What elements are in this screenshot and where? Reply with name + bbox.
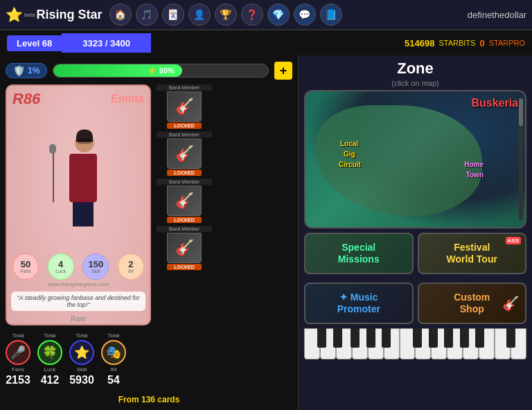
band-slot-4: Band Member 🎸 LOCKED bbox=[157, 226, 212, 270]
white-key-13 bbox=[495, 328, 511, 359]
luck-label: Luck bbox=[55, 269, 66, 274]
card-band-row: R86 Emma bbox=[6, 84, 292, 326]
total-fans-top-label: Total bbox=[12, 332, 24, 339]
festival-line2: World Tour bbox=[447, 253, 497, 265]
from-cards-suffix: cards bbox=[155, 395, 179, 404]
band-label-2: Band Member bbox=[157, 132, 212, 138]
card-rarity: Rare bbox=[7, 314, 150, 324]
custom-text: Custom Shop bbox=[454, 292, 490, 315]
mic-stand bbox=[53, 147, 54, 202]
discord-icon[interactable]: 💬 bbox=[294, 3, 316, 26]
health-bar: ⚡ 60% bbox=[53, 64, 269, 78]
band-icon-1[interactable]: 🎸 bbox=[167, 91, 202, 122]
music-promoter-button[interactable]: ✦ Music Promoter bbox=[304, 283, 414, 324]
starbits-amount: 514698 bbox=[405, 38, 434, 48]
character-card[interactable]: R86 Emma bbox=[6, 84, 151, 326]
total-fans-value: 2153 bbox=[6, 374, 30, 386]
stat-im: 2 IM bbox=[118, 253, 144, 280]
card-character bbox=[47, 133, 109, 230]
white-key-2 bbox=[320, 328, 336, 359]
card-header: R86 Emma bbox=[7, 86, 150, 109]
ego-icon: 🛡️ bbox=[13, 65, 25, 76]
white-key-12 bbox=[479, 328, 495, 359]
help-icon[interactable]: ❓ bbox=[241, 3, 263, 26]
locked-bar-2: LOCKED bbox=[167, 170, 202, 176]
locked-bar-1: LOCKED bbox=[167, 123, 202, 129]
facebook-icon[interactable]: 📘 bbox=[320, 3, 342, 26]
starbits-display: 514698 STARBITS 0 STARPRO bbox=[405, 38, 525, 48]
health-icon: ⚡ bbox=[148, 66, 157, 75]
total-luck: Total 🍀 Luck 412 bbox=[37, 332, 62, 386]
band-icon-4[interactable]: 🎸 bbox=[167, 233, 202, 263]
music-line2: Promoter bbox=[337, 303, 380, 315]
card-image-area bbox=[7, 109, 150, 253]
ego-value: 1% bbox=[28, 66, 39, 75]
fans-icon-wrap: 🎤 bbox=[6, 340, 30, 365]
special-line1: Special bbox=[338, 242, 380, 253]
map-label-local: Local bbox=[340, 140, 358, 148]
white-key-1 bbox=[304, 328, 320, 359]
card-website: www.risingstargame.com bbox=[7, 280, 150, 289]
home-icon[interactable]: 🏠 bbox=[109, 3, 132, 26]
star-icon: ⭐ bbox=[6, 6, 23, 23]
stat-fans: 50 Fans bbox=[12, 253, 39, 280]
zone-subtitle: (click on map) bbox=[299, 79, 532, 87]
white-key-14 bbox=[511, 328, 526, 359]
card-quote: "A steadily growing fanbase and destined… bbox=[11, 292, 145, 311]
username: definethedollar bbox=[468, 10, 526, 20]
ego-bar: 🛡️ 1% bbox=[6, 63, 47, 78]
custom-shop-button[interactable]: Custom Shop 🎸 bbox=[418, 283, 527, 324]
map-label-gig: Gig bbox=[344, 150, 355, 158]
fans-value: 50 bbox=[21, 260, 30, 269]
cards-icon[interactable]: 🃏 bbox=[162, 3, 184, 26]
nav-icons: 🏠 🎵 🃏 👤 🏆 ❓ 💎 💬 📘 bbox=[109, 3, 342, 26]
profile-icon[interactable]: 👤 bbox=[188, 3, 211, 26]
special-missions-button[interactable]: Special Missions bbox=[304, 233, 414, 274]
custom-line1: Custom bbox=[454, 292, 490, 303]
locked-bar-4: LOCKED bbox=[167, 264, 202, 270]
skill-label: Skill bbox=[91, 269, 100, 274]
total-luck-label: Luck bbox=[44, 366, 56, 373]
custom-line2: Shop bbox=[454, 303, 490, 315]
map-container[interactable]: Buskeria Local Gig Circuit Home Town bbox=[304, 90, 526, 229]
right-panel: Zone (click on map) Buskeria Local Gig C… bbox=[298, 55, 532, 410]
mission-buttons-row1: Special Missions Festival World Tour ASS bbox=[304, 233, 526, 274]
total-im: Total 🎭 IM 54 bbox=[101, 332, 126, 386]
buskeria-label: Buskeria bbox=[471, 97, 518, 109]
band-icon-2[interactable]: 🎸 bbox=[167, 139, 202, 169]
im-label: IM bbox=[128, 269, 134, 274]
band-label-4: Band Member bbox=[157, 226, 212, 232]
white-key-3 bbox=[336, 328, 352, 359]
white-key-11 bbox=[463, 328, 479, 359]
music-icon[interactable]: 🎵 bbox=[136, 3, 158, 26]
fans-label: Fans bbox=[20, 269, 31, 274]
festival-world-tour-button[interactable]: Festival World Tour ASS bbox=[418, 233, 527, 274]
from-cards: From 136 cards bbox=[6, 395, 292, 404]
festival-badge: ASS bbox=[506, 237, 521, 244]
total-skill-top-label: Total bbox=[76, 332, 88, 339]
health-value: 60% bbox=[159, 66, 175, 75]
beta-label: beta bbox=[24, 12, 35, 18]
trophy-icon[interactable]: 🏆 bbox=[215, 3, 237, 26]
map-label-home: Home bbox=[464, 161, 484, 168]
main-content: 🛡️ 1% ⚡ 60% + R86 Emma bbox=[0, 55, 532, 410]
total-luck-value: 412 bbox=[41, 374, 60, 386]
band-icon-3[interactable]: 🎸 bbox=[167, 186, 202, 216]
white-key-8 bbox=[415, 328, 431, 359]
char-legs bbox=[73, 202, 94, 226]
from-cards-prefix: From bbox=[118, 395, 141, 404]
scrollbar[interactable] bbox=[519, 98, 523, 220]
logo-text: Rising Star bbox=[37, 8, 103, 22]
char-glasses bbox=[78, 139, 91, 144]
card-name: Emma bbox=[111, 93, 144, 105]
map-label-town: Town bbox=[466, 171, 484, 179]
white-key-7 bbox=[400, 328, 416, 359]
plus-button[interactable]: + bbox=[274, 62, 292, 80]
total-fans-label: Fans bbox=[12, 366, 24, 373]
scrollbar-thumb bbox=[519, 98, 523, 126]
stats-row: 🛡️ 1% ⚡ 60% + bbox=[6, 61, 292, 80]
mission-buttons-row2: ✦ Music Promoter Custom Shop 🎸 bbox=[304, 283, 526, 324]
band-slot-3: Band Member 🎸 LOCKED bbox=[157, 179, 212, 223]
mic-head bbox=[49, 144, 56, 154]
gem-icon[interactable]: 💎 bbox=[267, 3, 290, 26]
